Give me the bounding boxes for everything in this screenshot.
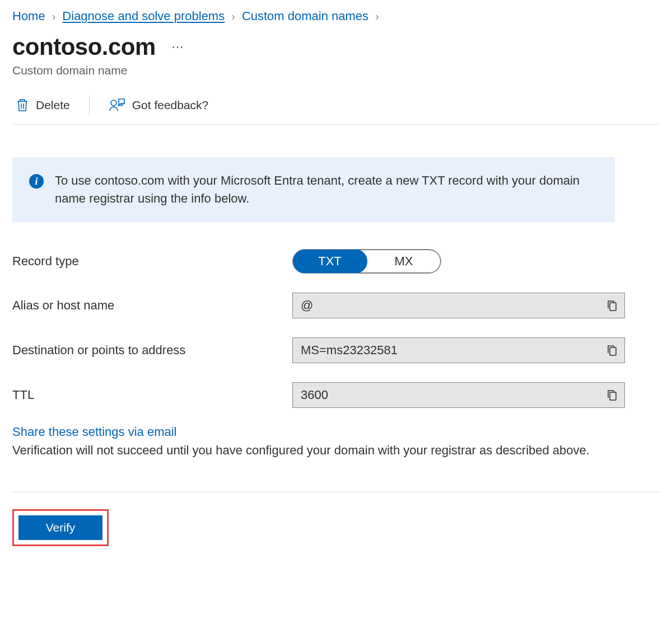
verification-note: Verification will not succeed until you …	[12, 443, 590, 457]
chevron-right-icon: ›	[52, 10, 56, 23]
row-ttl: TTL 3600	[12, 382, 660, 408]
feedback-button[interactable]: Got feedback?	[105, 95, 212, 115]
verify-highlight: Verify	[12, 509, 109, 546]
row-destination: Destination or points to address MS=ms23…	[12, 337, 660, 363]
delete-button[interactable]: Delete	[12, 95, 73, 115]
svg-rect-3	[610, 392, 616, 400]
svg-rect-1	[610, 303, 616, 311]
chevron-right-icon: ›	[231, 10, 235, 23]
footer-bar: Verify	[12, 492, 660, 546]
value-alias: @	[293, 298, 600, 313]
copy-alias-button[interactable]	[600, 293, 624, 318]
breadcrumb: Home › Diagnose and solve problems › Cus…	[12, 7, 660, 34]
copy-icon	[606, 299, 618, 312]
copy-destination-button[interactable]	[600, 338, 624, 363]
chevron-right-icon: ›	[375, 10, 379, 23]
info-banner: i To use contoso.com with your Microsoft…	[12, 157, 615, 222]
field-destination: MS=ms23232581	[292, 337, 625, 363]
value-destination: MS=ms23232581	[293, 343, 600, 358]
row-record-type: Record type TXT MX	[12, 249, 660, 274]
breadcrumb-home[interactable]: Home	[12, 9, 45, 24]
breadcrumb-diagnose[interactable]: Diagnose and solve problems	[62, 9, 225, 24]
copy-icon	[606, 344, 618, 356]
trash-icon	[16, 97, 29, 113]
more-actions-icon[interactable]: ⋯	[171, 40, 185, 54]
row-alias: Alias or host name @	[12, 293, 660, 318]
label-record-type: Record type	[12, 254, 292, 269]
value-ttl: 3600	[293, 388, 600, 402]
info-icon: i	[29, 174, 44, 189]
svg-rect-2	[610, 347, 616, 355]
label-destination: Destination or points to address	[12, 343, 292, 358]
label-alias: Alias or host name	[12, 298, 292, 313]
copy-ttl-button[interactable]	[600, 383, 624, 407]
command-bar: Delete Got feedback?	[12, 91, 660, 125]
feedback-icon	[109, 97, 125, 113]
field-ttl: 3600	[292, 382, 625, 408]
label-ttl: TTL	[12, 388, 292, 402]
command-separator	[89, 96, 90, 115]
field-alias: @	[292, 293, 625, 318]
record-type-toggle[interactable]: TXT MX	[292, 249, 441, 274]
svg-point-0	[111, 100, 116, 106]
delete-label: Delete	[36, 98, 70, 112]
record-type-option-txt[interactable]: TXT	[293, 250, 367, 273]
share-settings-link[interactable]: Share these settings via email	[12, 425, 177, 439]
verify-button[interactable]: Verify	[18, 515, 102, 540]
copy-icon	[606, 389, 618, 401]
info-banner-text: To use contoso.com with your Microsoft E…	[55, 172, 598, 208]
breadcrumb-custom-domains[interactable]: Custom domain names	[242, 9, 368, 24]
page-subtitle: Custom domain name	[12, 64, 660, 77]
feedback-label: Got feedback?	[132, 98, 209, 112]
record-type-option-mx[interactable]: MX	[367, 250, 441, 273]
page-title: contoso.com	[12, 34, 156, 60]
